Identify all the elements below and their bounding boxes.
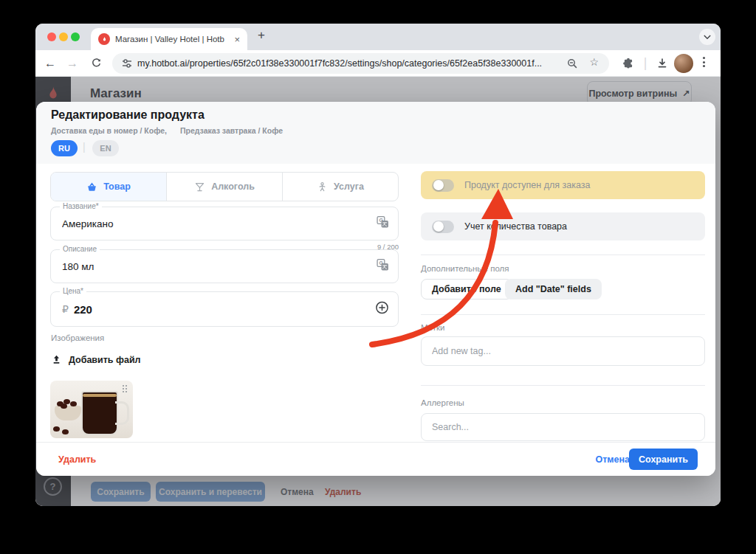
upload-icon	[51, 354, 62, 365]
drag-handle-icon[interactable]	[123, 385, 128, 394]
zoom-window-button[interactable]	[71, 32, 80, 41]
lang-tab-ru[interactable]: RU	[51, 140, 78, 156]
images-section-label: Изображения	[51, 333, 104, 342]
tab-service[interactable]: Услуга	[282, 173, 398, 201]
translate-icon[interactable]: G	[377, 259, 389, 274]
lang-separator: |	[83, 141, 86, 153]
browser-tab[interactable]: Магазин | Valley Hotel | Hotb ×	[91, 28, 247, 50]
coffee-mug	[81, 391, 118, 435]
edit-product-modal: Редактирование продукта Доставка еды в н…	[36, 102, 715, 476]
breadcrumb-item: Доставка еды в номер / Кофе,	[51, 126, 167, 135]
url-bar[interactable]: my.hotbot.ai/properties/65f2c01f38e33000…	[112, 53, 609, 74]
bookmark-star-icon[interactable]: ☆	[589, 56, 599, 68]
product-type-tabs: Товар Алкоголь Услуга	[50, 172, 399, 201]
price-value[interactable]: 220	[74, 303, 92, 316]
downloads-icon[interactable]	[656, 50, 669, 76]
browser-toolbar: ← → my.hotbot.ai/properties/65f2c01f38e3…	[35, 50, 721, 77]
currency-ruble-sign: ₽	[62, 303, 69, 315]
minimize-window-button[interactable]	[59, 32, 68, 41]
allergens-label: Аллергены	[421, 398, 464, 407]
basket-icon	[86, 181, 97, 193]
url-text[interactable]: my.hotbot.ai/properties/65f2c01f38e33000…	[137, 53, 542, 74]
modal-delete-link[interactable]: Удалить	[58, 443, 96, 476]
stock-toggle[interactable]	[432, 221, 454, 233]
description-input[interactable]	[51, 250, 398, 283]
lang-tab-en[interactable]: EN	[92, 140, 119, 156]
extensions-icon[interactable]	[622, 50, 635, 76]
person-icon	[317, 181, 328, 193]
site-settings-icon[interactable]	[121, 58, 133, 72]
toggle-row-available: Продукт доступен для заказа	[421, 171, 705, 199]
breadcrumb-item: Предзаказ завтрака / Кофе	[180, 126, 283, 135]
hotbot-favicon-icon	[98, 33, 110, 45]
translate-icon[interactable]: G	[377, 216, 389, 232]
toolbar-divider: |	[642, 50, 648, 76]
stock-toggle-label: Учет количества товара	[464, 221, 567, 232]
chrome-menu-icon[interactable]	[703, 57, 705, 67]
cocktail-glass-icon	[194, 181, 205, 193]
extra-fields-label: Дополнительные поля	[421, 264, 509, 273]
breadcrumb: Доставка еды в номер / Кофе, Предзаказ з…	[51, 126, 283, 135]
tags-label: Метки	[421, 323, 444, 332]
price-field: Цена* ₽ 220	[50, 291, 399, 327]
available-toggle[interactable]	[432, 179, 454, 192]
tab-title: Магазин | Valley Hotel | Hotb	[115, 35, 229, 44]
allergens-search-input[interactable]	[421, 413, 705, 441]
product-image-thumbnail[interactable]	[50, 381, 133, 438]
new-tab-button[interactable]: +	[258, 28, 265, 43]
add-date-fields-button[interactable]: Add "Date" fields	[505, 279, 602, 299]
divider	[421, 255, 705, 255]
modal-footer: Удалить Отмена Сохранить	[36, 442, 715, 476]
modal-header: Редактирование продукта Доставка еды в н…	[36, 102, 715, 164]
tab-product[interactable]: Товар	[51, 173, 166, 201]
reload-button[interactable]	[89, 50, 103, 76]
tab-search-button[interactable]	[699, 29, 715, 45]
plus-circle-icon[interactable]	[375, 301, 389, 318]
modal-cancel-link[interactable]: Отмена	[595, 443, 630, 476]
chevron-down-icon	[704, 35, 711, 40]
description-field: Описание G	[50, 249, 399, 283]
add-tag-input[interactable]	[421, 336, 705, 366]
modal-title: Редактирование продукта	[51, 108, 205, 122]
close-window-button[interactable]	[47, 32, 56, 41]
add-field-button[interactable]: Добавить поле	[421, 279, 512, 299]
divider	[421, 385, 705, 386]
divider	[421, 314, 705, 315]
zoom-out-icon[interactable]	[566, 58, 578, 72]
screenshot-stage: Магазин | Valley Hotel | Hotb × + ← → my…	[0, 0, 756, 554]
beans-bowl	[55, 406, 81, 420]
profile-avatar[interactable]	[674, 54, 693, 73]
reload-icon	[91, 58, 102, 69]
available-toggle-label: Продукт доступен для заказа	[464, 180, 590, 190]
back-button[interactable]: ←	[43, 50, 58, 76]
tab-strip: Магазин | Valley Hotel | Hotb × +	[35, 24, 721, 50]
tab-close-icon[interactable]: ×	[234, 35, 240, 44]
tab-alcohol[interactable]: Алкоголь	[166, 173, 282, 201]
name-input[interactable]	[51, 207, 398, 240]
name-field: Название* G	[50, 207, 399, 240]
toggle-row-stock: Учет количества товара	[421, 212, 705, 240]
add-file-button[interactable]: Добавить файл	[51, 354, 141, 365]
modal-save-button[interactable]: Сохранить	[629, 449, 698, 470]
forward-button[interactable]: →	[65, 50, 80, 76]
